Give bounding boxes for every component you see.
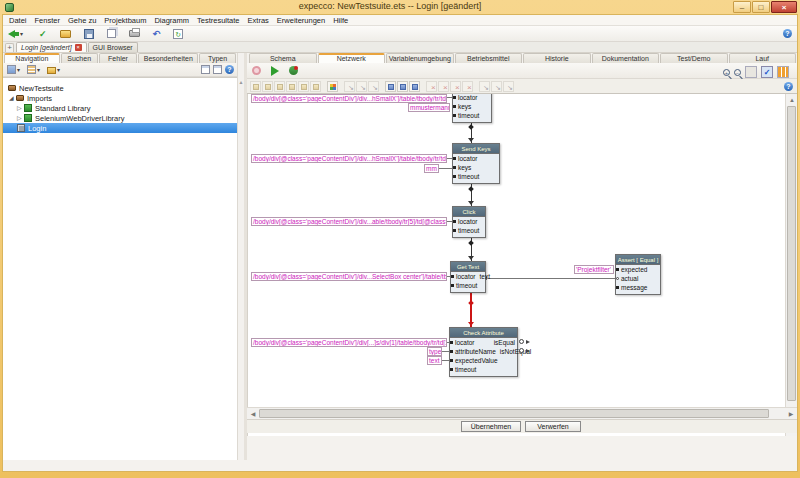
canvas-vertical-scrollbar[interactable]: ▲ ▼	[785, 94, 797, 436]
pin-left-icon[interactable]	[479, 81, 490, 92]
pin-locator[interactable]: locatorisEqual	[450, 338, 517, 347]
connect-pins-icon[interactable]	[385, 81, 396, 92]
pin-expectedvalue[interactable]: expectedValue	[450, 356, 517, 365]
value-step5-locator[interactable]: /body/div[@class='pageContentDiv']/div[.…	[251, 338, 447, 347]
node-check-attribute[interactable]: Check Attribute locatorisEqual attribute…	[449, 327, 518, 377]
tree-item-standard-library[interactable]: ▷ Standard Library	[3, 103, 237, 113]
undo-button[interactable]: ↶	[151, 27, 163, 41]
tab-variablenumgebung[interactable]: Variablenumgebung	[386, 53, 454, 63]
tab-test-demo[interactable]: Test/Demo	[660, 53, 728, 63]
tab-historie[interactable]: Historie	[523, 53, 591, 63]
debug-icon[interactable]	[289, 66, 298, 75]
pin-swap-icon[interactable]	[503, 81, 514, 92]
maximize-button[interactable]: □	[752, 1, 770, 13]
zoom-out-icon[interactable]: −	[734, 69, 741, 76]
node-click[interactable]: Click locator timeout	[452, 206, 486, 238]
node-send-keys[interactable]: Send Keys locator keys timeout	[452, 143, 500, 184]
insert-alternative-icon[interactable]	[274, 81, 285, 92]
pin-keys[interactable]: keys	[453, 102, 491, 111]
pin-timeout[interactable]: timeout	[453, 226, 485, 235]
tab-navigation[interactable]: Navigation	[4, 53, 60, 63]
pin-locator[interactable]: locator	[453, 94, 491, 102]
menu-hilfe[interactable]: Hilfe	[329, 16, 352, 25]
connect-value-icon[interactable]	[397, 81, 408, 92]
value-step3-locator[interactable]: /body/div[@class='pageContentDiv']/div..…	[251, 217, 447, 226]
value-assert-expected[interactable]: 'Projektfilter'	[574, 265, 614, 274]
record-icon[interactable]	[252, 66, 261, 75]
tree-item-imports[interactable]: ◢ Imports	[3, 93, 237, 103]
auto-layout-icon[interactable]	[327, 81, 338, 92]
node-get-text[interactable]: Get Text locatortext timeout	[450, 261, 486, 293]
grid-snap-button[interactable]	[777, 66, 789, 78]
project-tree[interactable]: NewTestsuite ◢ Imports ▷ Standard Librar…	[3, 77, 237, 460]
tab-betriebsmittel[interactable]: Betriebsmittel	[455, 53, 523, 63]
reload-browser-button[interactable]: ↻	[171, 27, 185, 41]
pin-right-icon[interactable]	[491, 81, 502, 92]
network-canvas[interactable]: locator keys timeout Send Keys locator k…	[247, 94, 797, 436]
node-assert-equal[interactable]: Assert [ Equal ] expected actual message	[615, 254, 661, 295]
tab-login[interactable]: Login [geändert] ×	[16, 42, 87, 52]
folder-menu-button[interactable]: ▾	[45, 64, 62, 76]
tab-netzwerk[interactable]: Netzwerk	[318, 53, 386, 63]
accept-button[interactable]: ✓	[37, 27, 49, 41]
insert-comment-icon[interactable]	[310, 81, 321, 92]
pin-attributename[interactable]: attributeNameisNotEqual	[450, 347, 517, 356]
back-button[interactable]: ▾	[6, 27, 25, 41]
scroll-up-icon[interactable]: ▲	[786, 94, 797, 106]
pin-down-icon[interactable]	[368, 81, 379, 92]
back-menu-caret[interactable]: ▾	[20, 30, 23, 37]
tab-close-icon[interactable]: ×	[75, 44, 82, 51]
view-menu-button[interactable]: ▾	[25, 64, 42, 76]
minimize-button[interactable]: –	[733, 1, 751, 13]
tab-typen[interactable]: Typen	[199, 53, 236, 63]
menu-datei[interactable]: Datei	[5, 16, 31, 25]
tree-item-newtestsuite[interactable]: NewTestsuite	[3, 83, 237, 93]
pin-timeout[interactable]: timeout	[453, 172, 499, 181]
value-step5-expectedvalue[interactable]: text	[427, 356, 442, 365]
close-button[interactable]: ×	[771, 1, 797, 13]
tree-item-selenium-library[interactable]: ▷ SeleniumWebDriverLibrary	[3, 113, 237, 123]
add-tab-button[interactable]: +	[5, 43, 14, 52]
menu-testresultate[interactable]: Testresultate	[193, 16, 244, 25]
fit-view-button[interactable]	[745, 66, 757, 78]
node-step-1[interactable]: locator keys timeout	[452, 94, 492, 123]
pin-keys[interactable]: keys	[453, 163, 499, 172]
expanded-expander-icon[interactable]: ◢	[9, 94, 14, 101]
select-mode-button[interactable]: ✓	[761, 66, 773, 78]
pin-up-icon[interactable]	[356, 81, 367, 92]
collapse-all-button[interactable]	[213, 65, 222, 74]
tree-help-button[interactable]: ?	[225, 65, 234, 74]
collapsed-expander-icon[interactable]: ▷	[17, 114, 22, 121]
menu-extras[interactable]: Extras	[244, 16, 273, 25]
insert-wrapper-icon[interactable]	[298, 81, 309, 92]
scrollbar-thumb[interactable]	[259, 409, 769, 418]
new-window-button[interactable]	[105, 27, 118, 41]
discard-button[interactable]: Verwerfen	[525, 421, 581, 432]
remove-value-icon[interactable]	[450, 81, 461, 92]
tab-lauf[interactable]: Lauf	[729, 53, 797, 63]
tab-suchen[interactable]: Suchen	[61, 53, 98, 63]
tab-gui-browser[interactable]: GUI Browser	[88, 42, 138, 52]
pin-locator[interactable]: locator	[453, 154, 499, 163]
apply-button[interactable]: Übernehmen	[461, 421, 521, 432]
play-icon[interactable]	[271, 66, 279, 76]
menu-fenster[interactable]: Fenster	[31, 16, 64, 25]
help-button[interactable]: ?	[783, 29, 792, 38]
canvas-horizontal-scrollbar[interactable]: ◀ ▶	[247, 407, 797, 419]
tab-besonderheiten[interactable]: Besonderheiten	[138, 53, 198, 63]
tree-item-login[interactable]: Login	[3, 123, 237, 133]
pin-timeout[interactable]: timeout	[450, 365, 517, 374]
menu-projektbaum[interactable]: Projektbaum	[100, 16, 150, 25]
value-step1-keys[interactable]: mmustermann	[408, 103, 450, 112]
diagram-help-button[interactable]: ?	[784, 82, 793, 91]
zoom-in-icon[interactable]: +	[723, 69, 730, 76]
menu-diagramm[interactable]: Diagramm	[150, 16, 193, 25]
pin-expected[interactable]: expected	[616, 265, 660, 274]
tab-dokumentation[interactable]: Dokumentation	[592, 53, 660, 63]
value-step2-locator[interactable]: /body/div[@class='pageContentDiv']/div..…	[251, 154, 447, 163]
open-button[interactable]	[58, 27, 73, 41]
tree-scrollbar[interactable]: ▲	[237, 53, 244, 460]
insert-compound-icon[interactable]	[262, 81, 273, 92]
value-step2-keys[interactable]: mm	[424, 164, 439, 173]
save-button[interactable]	[82, 27, 96, 41]
